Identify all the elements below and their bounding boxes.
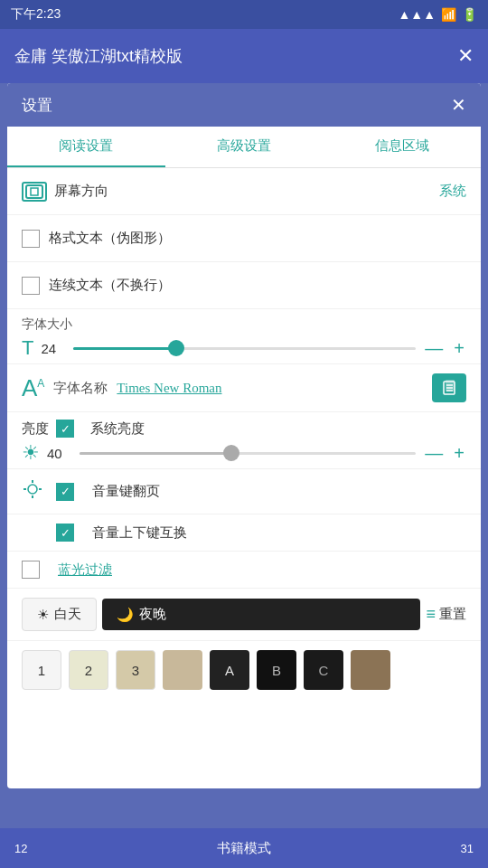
brightness-system-label: 系统亮度 (90, 420, 145, 438)
screen-orientation-row: 屏幕方向 系统 (7, 168, 481, 215)
continuous-text-label: 连续文本（不换行） (49, 277, 466, 294)
book-title: 金庸 笑傲江湖txt精校版 (14, 45, 183, 67)
vol-svg (22, 478, 43, 500)
volume-swap-checkbox[interactable] (56, 524, 74, 542)
theme-1[interactable]: 1 (22, 650, 61, 690)
theme-5-label: A (225, 663, 234, 678)
settings-close-button[interactable]: ✕ (451, 94, 466, 116)
volume-page-row: 音量键翻页 (7, 469, 481, 514)
font-size-section: 字体大小 T 24 — + (7, 309, 481, 364)
day-mode-label: 白天 (54, 606, 81, 623)
theme-2[interactable]: 2 (69, 650, 108, 690)
settings-content: 屏幕方向 系统 格式文本（伪图形） 连续文本（不换行） 字体大小 T 24 (7, 168, 481, 699)
status-icons: ▲▲▲ 📶 🔋 (398, 7, 477, 22)
theme-5[interactable]: A (210, 650, 249, 690)
brightness-slider[interactable] (80, 442, 416, 464)
theme-1-label: 1 (38, 663, 45, 678)
status-bar: 下午2:23 ▲▲▲ 📶 🔋 (0, 0, 488, 29)
title-close-button[interactable]: ✕ (457, 44, 474, 68)
font-size-value: 24 (41, 341, 66, 356)
format-text-label: 格式文本（伪图形） (49, 230, 466, 247)
brightness-row: ☀ 40 — + (22, 441, 466, 465)
font-size-increase[interactable]: + (452, 338, 466, 359)
tab-read-settings[interactable]: 阅读设置 (7, 127, 165, 167)
volume-page-label: 音量键翻页 (92, 483, 160, 500)
theme-4[interactable] (163, 650, 202, 690)
theme-6[interactable]: B (257, 650, 296, 690)
theme-7-label: C (319, 663, 329, 678)
tab-info-area[interactable]: 信息区域 (323, 127, 481, 167)
brightness-system-checkbox[interactable] (56, 420, 74, 438)
reset-label: 重置 (439, 606, 466, 623)
font-size-slider[interactable] (73, 337, 416, 359)
night-moon-icon: 🌙 (117, 607, 134, 623)
brightness-top-row: 亮度 系统亮度 (22, 420, 466, 438)
volume-page-checkbox[interactable] (56, 483, 74, 501)
font-size-fill (73, 347, 176, 350)
theme-8[interactable] (351, 650, 390, 690)
font-name-icon: AA (22, 374, 44, 402)
copy-icon (441, 379, 457, 397)
orient-label: 屏幕方向 (54, 183, 439, 200)
wifi-icon: 📶 (441, 7, 456, 22)
font-size-icon: T (22, 336, 33, 360)
settings-header: 设置 ✕ (7, 83, 481, 127)
night-mode-button[interactable]: 🌙 夜晚 (102, 599, 420, 630)
day-night-row: ☀ 白天 🌙 夜晚 ≡ 重置 (7, 589, 481, 641)
brightness-label: 亮度 (22, 420, 49, 438)
brightness-value: 40 (47, 446, 72, 461)
volume-swap-label: 音量上下键互换 (92, 524, 187, 542)
font-size-section-label: 字体大小 (22, 316, 466, 333)
screen-orient-icon (22, 182, 47, 202)
theme-3-label: 3 (132, 663, 139, 678)
volume-swap-row: 音量上下键互换 (7, 514, 481, 552)
continuous-text-checkbox[interactable] (22, 277, 40, 295)
svg-point-7 (28, 485, 37, 494)
font-size-decrease[interactable]: — (423, 338, 445, 359)
bottom-center-label: 书籍模式 (51, 840, 437, 857)
font-name-row: AA 字体名称 Times New Roman (7, 364, 481, 412)
continuous-text-row: 连续文本（不换行） (7, 262, 481, 309)
font-copy-button[interactable] (432, 373, 466, 402)
blue-light-row: 蓝光过滤 (7, 552, 481, 589)
brightness-decrease[interactable]: — (423, 443, 445, 464)
font-size-row: T 24 — + (22, 336, 466, 360)
day-mode-button[interactable]: ☀ 白天 (22, 598, 97, 631)
settings-panel: 设置 ✕ 阅读设置 高级设置 信息区域 屏幕方向 系统 (7, 83, 481, 788)
theme-3[interactable]: 3 (116, 650, 155, 690)
brightness-track (80, 452, 416, 455)
bottom-bar: 12 书籍模式 31 (0, 828, 488, 868)
theme-7[interactable]: C (304, 650, 343, 690)
tab-bar: 阅读设置 高级设置 信息区域 (7, 127, 481, 168)
font-name-section-label: 字体名称 (53, 380, 108, 397)
font-size-track (73, 347, 416, 350)
font-name-value[interactable]: Times New Roman (117, 381, 423, 396)
format-text-row: 格式文本（伪图形） (7, 215, 481, 262)
svg-rect-1 (31, 188, 38, 195)
brightness-section: 亮度 系统亮度 ☀ 40 — + (7, 412, 481, 469)
blue-light-label[interactable]: 蓝光过滤 (58, 561, 112, 579)
theme-2-label: 2 (85, 663, 92, 678)
volume-icon (22, 478, 43, 505)
orient-value[interactable]: 系统 (439, 183, 466, 200)
day-sun-icon: ☀ (37, 607, 49, 623)
brightness-increase[interactable]: + (452, 443, 466, 464)
font-size-thumb[interactable] (168, 340, 184, 356)
svg-rect-0 (26, 185, 42, 198)
title-bar: 金庸 笑傲江湖txt精校版 ✕ (0, 29, 488, 83)
format-text-checkbox[interactable] (22, 230, 40, 248)
signal-icon: ▲▲▲ (398, 7, 436, 22)
tab-advanced-settings[interactable]: 高级设置 (165, 127, 324, 167)
battery-icon: 🔋 (462, 7, 477, 22)
theme-row: 1 2 3 A B C (7, 641, 481, 699)
status-time: 下午2:23 (11, 6, 61, 23)
blue-light-checkbox[interactable] (22, 561, 40, 579)
reset-button[interactable]: ≡ 重置 (426, 605, 466, 624)
brightness-fill (80, 452, 231, 455)
theme-6-label: B (272, 663, 281, 678)
brightness-thumb[interactable] (223, 445, 239, 461)
night-mode-label: 夜晚 (139, 606, 166, 623)
bottom-left-num: 12 (14, 842, 51, 855)
settings-title: 设置 (22, 95, 52, 116)
brightness-icon: ☀ (22, 441, 40, 465)
